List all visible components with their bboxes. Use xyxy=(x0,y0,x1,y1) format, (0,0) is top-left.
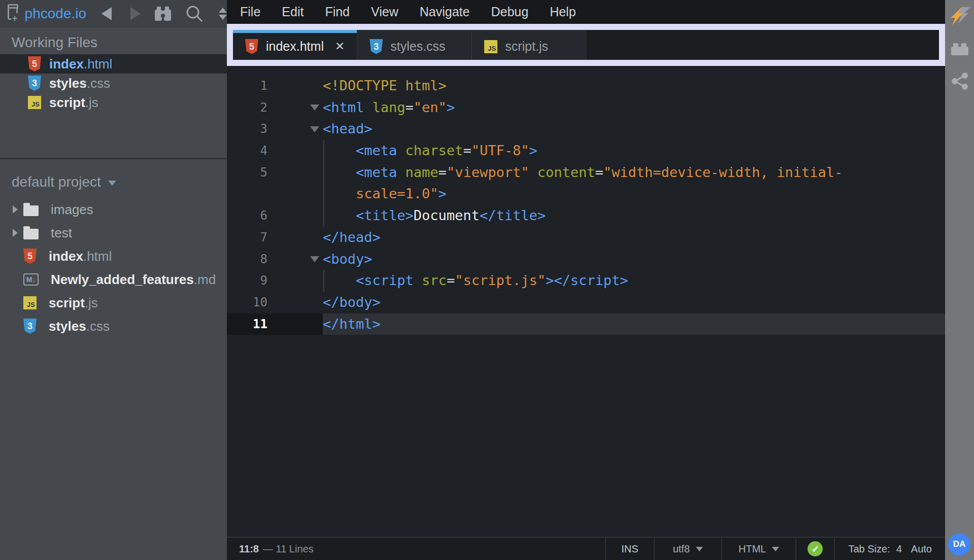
code-text[interactable]: scale=1.0"> xyxy=(323,183,945,205)
sidebar-toolbar: + phcode.io xyxy=(0,0,227,27)
line-number: 5 xyxy=(227,162,277,184)
find-in-files-icon[interactable] xyxy=(154,6,172,21)
code-text[interactable]: <meta charset="UTF-8"> xyxy=(323,140,945,162)
indent-guide xyxy=(323,270,324,292)
live-preview-icon[interactable] xyxy=(949,7,970,27)
menu-navigate[interactable]: Navigate xyxy=(409,5,481,19)
new-folder-icon[interactable]: + xyxy=(8,7,18,20)
tab-label: script.js xyxy=(505,39,548,54)
working-file-index.html[interactable]: 5index.html xyxy=(0,54,227,74)
chevron-down-icon xyxy=(696,547,703,551)
fold-arrow-icon[interactable] xyxy=(310,126,319,132)
code-line-2[interactable]: 2<html lang="en"> xyxy=(227,97,945,119)
code-line-3[interactable]: 3<head> xyxy=(227,118,945,140)
fold-gutter xyxy=(277,227,323,249)
code-line-1[interactable]: 1<!DOCTYPE html> xyxy=(227,75,945,97)
forward-icon[interactable] xyxy=(130,7,141,20)
code-line-11[interactable]: 11</html> xyxy=(227,313,945,335)
code-lines: 1<!DOCTYPE html>2<html lang="en">3<head>… xyxy=(227,75,945,335)
code-text[interactable]: <html lang="en"> xyxy=(323,97,945,119)
indent-guide xyxy=(323,183,324,205)
fold-gutter xyxy=(277,205,323,227)
check-icon: ✓ xyxy=(808,541,823,556)
tree-folder-images[interactable]: images xyxy=(0,198,227,221)
tab-bar-highlight-box: 5index.html✕3styles.cssJSscript.js xyxy=(227,24,945,66)
working-file-styles.css[interactable]: 3styles.css xyxy=(0,74,227,93)
code-line-wrap[interactable]: scale=1.0"> xyxy=(227,183,945,205)
code-line-5[interactable]: 5 <meta name="viewport" content="width=d… xyxy=(227,162,945,184)
code-editor[interactable]: 1<!DOCTYPE html>2<html lang="en">3<head>… xyxy=(227,66,945,537)
phoenix-code-window: + phcode.io Working Files 5index.html3st… xyxy=(0,0,974,560)
fold-arrow-icon[interactable] xyxy=(310,256,319,262)
chevron-right-icon[interactable] xyxy=(13,229,18,237)
encoding-select[interactable]: utf8 xyxy=(654,538,721,560)
share-icon[interactable] xyxy=(951,72,968,92)
menu-debug[interactable]: Debug xyxy=(480,5,539,19)
indent-guide xyxy=(323,162,324,184)
code-line-7[interactable]: 7</head> xyxy=(227,227,945,249)
user-avatar[interactable]: DA xyxy=(948,533,970,555)
code-text[interactable]: <script src="script.js"></script> xyxy=(323,270,945,292)
working-files-list: 5index.html3styles.cssJSscript.js xyxy=(0,54,227,112)
tab-script.js[interactable]: JSscript.js xyxy=(472,30,586,60)
tab-size-value[interactable]: 4 xyxy=(896,543,902,555)
tree-file-styles.css[interactable]: 3styles.css xyxy=(0,314,227,338)
fold-gutter xyxy=(277,270,323,292)
status-bar: 11:8 — 11 Lines INS utf8 HTML ✓ Tab Size… xyxy=(227,537,945,560)
tree-file-Newly_added_features.md[interactable]: M↓Newly_added_features.md xyxy=(0,268,227,291)
extension-manager-icon[interactable] xyxy=(950,42,969,59)
brand-link[interactable]: phcode.io xyxy=(25,6,86,22)
insert-mode-toggle[interactable]: INS xyxy=(605,538,653,560)
tree-file-script.js[interactable]: JSscript.js xyxy=(0,291,227,314)
line-number: 8 xyxy=(227,249,277,270)
fold-gutter xyxy=(277,97,323,119)
tree-folder-test[interactable]: test xyxy=(0,221,227,244)
code-line-10[interactable]: 10</body> xyxy=(227,292,945,313)
menu-edit[interactable]: Edit xyxy=(271,5,314,19)
menu-find[interactable]: Find xyxy=(314,5,360,19)
css3-icon: 3 xyxy=(23,319,37,334)
menu-view[interactable]: View xyxy=(360,5,409,19)
language-select[interactable]: HTML xyxy=(721,538,795,560)
tab-styles.css[interactable]: 3styles.css xyxy=(357,30,472,60)
line-number: 11 xyxy=(227,313,277,335)
chevron-right-icon[interactable] xyxy=(13,205,18,214)
indent-guide xyxy=(323,205,324,227)
tree-file-index.html[interactable]: 5index.html xyxy=(0,244,227,268)
code-line-8[interactable]: 8<body> xyxy=(227,249,945,270)
code-text[interactable]: <body> xyxy=(323,249,945,270)
working-files-spacer xyxy=(0,112,227,158)
line-number: 2 xyxy=(227,97,277,119)
chevron-down-icon xyxy=(108,181,116,186)
code-text[interactable]: <!DOCTYPE html> xyxy=(323,75,945,97)
code-text[interactable]: <title>Document</title> xyxy=(323,205,945,227)
tab-size-setting[interactable]: Tab Size: 4 Auto xyxy=(834,538,945,560)
code-text[interactable]: </head> xyxy=(323,227,945,249)
lint-status[interactable]: ✓ xyxy=(795,538,834,560)
code-line-4[interactable]: 4 <meta charset="UTF-8"> xyxy=(227,140,945,162)
code-text[interactable]: <head> xyxy=(323,118,945,140)
back-icon[interactable] xyxy=(102,7,112,20)
close-icon[interactable]: ✕ xyxy=(335,41,345,52)
collapse-expand-icon[interactable] xyxy=(219,8,227,20)
menu-file[interactable]: File xyxy=(229,5,271,19)
project-name: default project xyxy=(12,174,101,190)
code-text[interactable]: </html> xyxy=(323,313,945,335)
project-switcher[interactable]: default project xyxy=(0,159,227,198)
code-text[interactable]: <meta name="viewport" content="width=dev… xyxy=(323,162,945,184)
fold-arrow-icon[interactable] xyxy=(310,104,319,111)
code-line-9[interactable]: 9 <script src="script.js"></script> xyxy=(227,270,945,292)
code-text[interactable]: </body> xyxy=(323,292,945,313)
working-file-script.js[interactable]: JSscript.js xyxy=(0,93,227,112)
indent-mode[interactable]: Auto xyxy=(911,543,932,555)
css3-icon: 3 xyxy=(28,76,41,91)
menu-help[interactable]: Help xyxy=(539,5,586,19)
tab-index.html[interactable]: 5index.html✕ xyxy=(233,30,357,60)
search-icon[interactable] xyxy=(185,5,204,23)
right-toolbar: DA xyxy=(945,0,974,560)
html5-icon: 5 xyxy=(245,39,258,54)
tab-label: styles.css xyxy=(390,39,445,54)
folder-icon xyxy=(23,229,39,239)
code-line-6[interactable]: 6 <title>Document</title> xyxy=(227,205,945,227)
css3-icon: 3 xyxy=(370,39,383,54)
